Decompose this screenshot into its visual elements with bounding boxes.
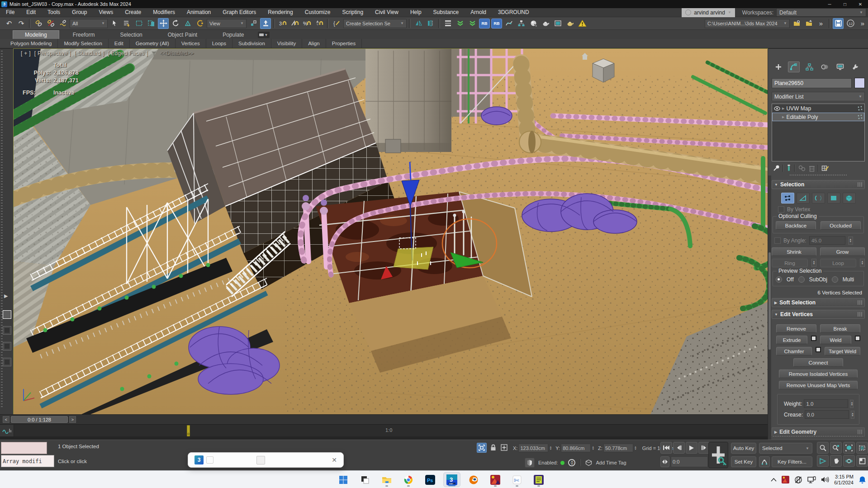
ring-spinner[interactable]: ▲▼: [811, 259, 816, 267]
break-button[interactable]: Break: [820, 324, 860, 333]
by-vertex-checkbox[interactable]: [778, 206, 784, 213]
notepad-app-icon[interactable]: [530, 472, 547, 487]
time-slider-handle[interactable]: 0:0 / 1:128: [11, 416, 68, 423]
modify-tab[interactable]: [788, 62, 800, 72]
previous-frame-button[interactable]: <: [3, 416, 9, 423]
ribbon-tab-object-paint[interactable]: Object Paint: [156, 31, 209, 39]
select-and-scale-button[interactable]: [182, 18, 193, 29]
ribbon-chevron-toggle-1[interactable]: [455, 18, 465, 29]
select-object-button[interactable]: [109, 18, 120, 29]
chamfer-button[interactable]: Chamfer: [776, 347, 812, 355]
hidden-icons-chevron[interactable]: [771, 478, 777, 482]
material-editor-button[interactable]: [528, 18, 539, 29]
by-vertex-checkbox-row[interactable]: By Vertex: [778, 206, 865, 213]
menu-customize[interactable]: Customize: [299, 8, 337, 17]
zoom-button[interactable]: [817, 442, 829, 454]
menu-help[interactable]: Help: [404, 8, 427, 17]
tray-app-icon[interactable]: [782, 476, 789, 483]
viewport-menu-display[interactable]: [ Edged Faces ]: [108, 50, 148, 57]
ribbon-panel-vertices[interactable]: Vertices: [175, 39, 206, 48]
zoom-extents-selected-button[interactable]: [843, 442, 855, 454]
next-frame-button[interactable]: >: [69, 416, 76, 423]
device-monitor-icon[interactable]: [807, 476, 816, 483]
expand-arrow-icon[interactable]: ▶: [782, 115, 784, 119]
key-filters-button[interactable]: Key Filters...: [772, 456, 812, 467]
stack-item-uvw-map[interactable]: ▶ UVW Map: [772, 104, 864, 113]
select-and-place-button[interactable]: [260, 18, 271, 29]
toolbar-overflow-chevron[interactable]: »: [816, 18, 826, 29]
extrude-settings-box[interactable]: [811, 336, 816, 341]
maxscript-mini-listener[interactable]: [1, 442, 47, 454]
field-of-view-button[interactable]: [817, 455, 829, 467]
display-tab[interactable]: [834, 62, 846, 72]
undo-button[interactable]: ↶: [4, 18, 14, 29]
weight-spinner[interactable]: ▲▼: [850, 400, 854, 408]
menu-tools[interactable]: Tools: [42, 8, 66, 17]
workspace-dropdown[interactable]: Default ▼: [776, 8, 866, 17]
render-batch-button-2[interactable]: RB: [491, 19, 502, 28]
menu-modifiers[interactable]: Modifiers: [147, 8, 181, 17]
backface-button[interactable]: Backface: [776, 221, 816, 230]
degradation-count-badge[interactable]: 0: [568, 459, 575, 466]
edit-named-selection-sets-button[interactable]: {: [331, 18, 342, 29]
ribbon-tab-freeform[interactable]: Freeform: [61, 31, 107, 39]
object-color-swatch[interactable]: [854, 78, 865, 88]
rectangular-selection-region-button[interactable]: [133, 18, 144, 29]
expand-arrow-icon[interactable]: ▶: [4, 293, 8, 299]
y-spinner[interactable]: ▲▼: [592, 446, 594, 450]
z-coordinate-field[interactable]: [603, 444, 633, 452]
maximize-button[interactable]: □: [837, 0, 853, 8]
restore-window-icon[interactable]: [206, 456, 213, 464]
3dsmax-preview-icon[interactable]: 3: [194, 455, 204, 464]
notification-bell-icon[interactable]: [859, 476, 866, 484]
remove-unused-map-verts-button[interactable]: Remove Unused Map Verts: [779, 381, 858, 389]
no-internet-icon[interactable]: [794, 476, 802, 484]
viewport-layout-tab-1[interactable]: [3, 310, 11, 319]
stack-item-editable-poly[interactable]: ▶ Editable Poly: [772, 113, 864, 121]
command-panel-scrollbar[interactable]: [768, 175, 771, 440]
by-angle-checkbox[interactable]: [774, 237, 781, 244]
object-name-field[interactable]: [772, 78, 852, 88]
menu-views[interactable]: Views: [93, 8, 119, 17]
absolute-mode-transform-icon[interactable]: [500, 444, 508, 451]
menu-substance[interactable]: Substance: [427, 8, 465, 17]
element-mode-button[interactable]: [843, 193, 856, 204]
blender-icon[interactable]: [465, 472, 482, 487]
file-explorer-icon[interactable]: [378, 472, 395, 487]
selected-key-marker[interactable]: 0: [187, 425, 190, 436]
mini-curve-editor-button[interactable]: [0, 425, 14, 436]
by-angle-field[interactable]: [809, 236, 845, 245]
vertex-mode-button[interactable]: [781, 193, 794, 204]
border-mode-button[interactable]: [812, 193, 825, 204]
play-button[interactable]: [686, 442, 697, 454]
edit-vertices-rollout-header[interactable]: ▼Edit Vertices: [772, 310, 865, 319]
use-pivot-point-center-button[interactable]: [248, 18, 259, 29]
photo-viewer-icon[interactable]: [487, 472, 504, 487]
hierarchy-tab[interactable]: [803, 62, 815, 72]
utilities-tab[interactable]: [849, 62, 861, 72]
task-view-button[interactable]: [356, 472, 374, 487]
ribbon-panel-geometry-all[interactable]: Geometry (All): [130, 39, 175, 48]
weld-button[interactable]: Weld: [820, 336, 851, 344]
ribbon-panel-loops[interactable]: Loops: [206, 39, 232, 48]
toggle-scene-explorer-button[interactable]: [442, 18, 453, 29]
pan-view-button[interactable]: [830, 455, 842, 467]
align-button[interactable]: [425, 18, 436, 29]
ribbon-chevron-toggle-2[interactable]: [467, 18, 478, 29]
select-and-rotate-button[interactable]: [170, 18, 181, 29]
menu-civil-view[interactable]: Civil View: [369, 8, 404, 17]
selection-filter-dropdown[interactable]: All ▼: [70, 19, 108, 28]
viewport-layout-tab-2[interactable]: [3, 326, 11, 335]
viewport-layout-tab-4[interactable]: [3, 358, 11, 366]
menu-edit[interactable]: Edit: [20, 8, 42, 17]
remove-modifier-trash-icon[interactable]: [809, 165, 815, 172]
ring-button[interactable]: Ring: [772, 259, 808, 267]
soft-selection-rollout-header[interactable]: ▶Soft Selection: [772, 298, 865, 307]
unlink-selection-icon[interactable]: [45, 18, 56, 29]
z-spinner[interactable]: ▲▼: [634, 446, 637, 450]
viewport-menu-general[interactable]: [ + ]: [21, 50, 31, 57]
menu-graph-editors[interactable]: Graph Editors: [217, 8, 262, 17]
selection-lock-toggle[interactable]: [490, 444, 496, 451]
save-scene-button[interactable]: [833, 18, 844, 29]
configure-modifier-sets-icon[interactable]: [821, 165, 829, 172]
